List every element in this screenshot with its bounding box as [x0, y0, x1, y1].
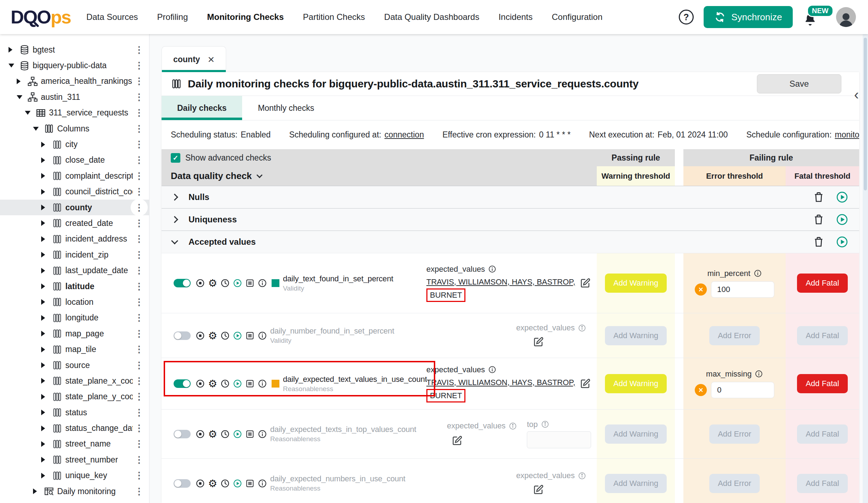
- caret-collapsed-icon[interactable]: [41, 252, 45, 258]
- sidebar-item-bgtest[interactable]: bgtest⋮: [0, 42, 149, 58]
- caret-collapsed-icon[interactable]: [41, 157, 45, 163]
- item-menu-dots-icon[interactable]: ⋮: [132, 453, 146, 467]
- results-list-icon[interactable]: [245, 278, 255, 288]
- caret-collapsed-icon[interactable]: [17, 79, 21, 84]
- sidebar-item-state-plane-y-coordir[interactable]: state_plane_y_coordir⋮: [0, 389, 149, 405]
- results-list-icon[interactable]: [245, 429, 255, 439]
- caret-collapsed-icon[interactable]: [41, 378, 45, 384]
- item-menu-dots-icon[interactable]: ⋮: [132, 137, 146, 152]
- sidebar-item-council-district-code[interactable]: council_district_code⋮: [0, 184, 149, 200]
- caret-collapsed-icon[interactable]: [41, 441, 45, 447]
- sidebar-item-location[interactable]: location⋮: [0, 294, 149, 310]
- caret-expanded-icon[interactable]: [25, 111, 31, 115]
- settings-gear-icon[interactable]: ⚙: [208, 429, 217, 439]
- disable-check-icon[interactable]: [196, 331, 205, 340]
- caret-collapsed-icon[interactable]: [41, 220, 45, 226]
- add-warning-button[interactable]: Add Warning: [605, 326, 667, 345]
- item-menu-dots-icon[interactable]: ⋮: [132, 342, 146, 357]
- disable-check-icon[interactable]: [196, 479, 205, 488]
- disable-check-icon[interactable]: [196, 379, 205, 388]
- caret-collapsed-icon[interactable]: [41, 457, 45, 463]
- caret-collapsed-icon[interactable]: [41, 426, 45, 431]
- results-list-icon[interactable]: [245, 479, 255, 488]
- scrollbar-thumb[interactable]: [864, 38, 867, 190]
- sidebar-item-created-date[interactable]: created_date⋮: [0, 215, 149, 231]
- sched-link[interactable]: monitoring_daily: [835, 130, 859, 140]
- add-error-button[interactable]: Add Error: [709, 326, 760, 345]
- item-menu-dots-icon[interactable]: ⋮: [132, 106, 146, 120]
- top-input[interactable]: [527, 431, 591, 448]
- item-menu-dots-icon[interactable]: ⋮: [132, 484, 146, 498]
- chevron-right-icon[interactable]: [171, 194, 178, 201]
- item-menu-dots-icon[interactable]: ⋮: [132, 358, 146, 372]
- disable-check-icon[interactable]: [196, 278, 205, 288]
- sidebar-item-city[interactable]: city⋮: [0, 136, 149, 152]
- run-check-icon[interactable]: [233, 331, 242, 340]
- caret-collapsed-icon[interactable]: [41, 189, 45, 195]
- caret-collapsed-icon[interactable]: [41, 315, 45, 321]
- sidebar-item-311-service-requests[interactable]: 311_service_requests⋮: [0, 105, 149, 121]
- caret-collapsed-icon[interactable]: [41, 299, 45, 305]
- add-warning-button[interactable]: Add Warning: [605, 274, 667, 293]
- caret-collapsed-icon[interactable]: [41, 410, 45, 415]
- edit-values-icon[interactable]: [533, 484, 544, 496]
- chevron-down-icon[interactable]: [257, 172, 263, 178]
- item-menu-dots-icon[interactable]: ⋮: [132, 295, 146, 309]
- add-fatal-button[interactable]: Add Fatal: [797, 424, 847, 444]
- caret-expanded-icon[interactable]: [33, 127, 39, 131]
- caret-collapsed-icon[interactable]: [41, 205, 45, 210]
- schedule-clock-icon[interactable]: [220, 379, 230, 388]
- caret-collapsed-icon[interactable]: [41, 362, 45, 368]
- nav-item-monitoring-checks[interactable]: Monitoring Checks: [207, 12, 284, 22]
- sidebar-item-columns[interactable]: Columns⋮: [0, 121, 149, 136]
- caret-collapsed-icon[interactable]: [41, 331, 45, 336]
- chevron-right-icon[interactable]: [171, 216, 178, 223]
- sidebar-item-incident-zip[interactable]: incident_zip⋮: [0, 247, 149, 263]
- sidebar-item-map-page[interactable]: map_page⋮: [0, 326, 149, 341]
- clear-rule-icon[interactable]: [695, 384, 707, 396]
- item-menu-dots-icon[interactable]: ⋮: [132, 421, 146, 436]
- tab-monthly-checks[interactable]: Monthly checks: [242, 96, 330, 120]
- add-warning-button[interactable]: Add Warning: [605, 374, 667, 393]
- avatar[interactable]: [836, 7, 856, 27]
- item-menu-dots-icon[interactable]: ⋮: [132, 121, 146, 136]
- help-icon[interactable]: ?: [679, 10, 694, 25]
- tab-county[interactable]: county ×: [162, 46, 226, 72]
- item-menu-dots-icon[interactable]: ⋮: [132, 169, 146, 183]
- sched-link[interactable]: connection: [384, 130, 424, 140]
- check-enable-toggle[interactable]: [174, 479, 191, 488]
- info-icon[interactable]: [258, 479, 267, 488]
- synchronize-button[interactable]: Synchronize: [704, 6, 793, 28]
- sidebar-item-street-number[interactable]: street_number⋮: [0, 452, 149, 467]
- item-menu-dots-icon[interactable]: ⋮: [132, 153, 146, 167]
- edit-values-icon[interactable]: [579, 378, 591, 390]
- sidebar-item-america-health-rankings[interactable]: america_health_rankings⋮: [0, 74, 149, 89]
- sidebar-item-daily-monitoring[interactable]: Daily monitoring⋮: [0, 483, 149, 499]
- item-menu-dots-icon[interactable]: ⋮: [132, 279, 146, 293]
- add-fatal-button[interactable]: Add Fatal: [797, 326, 847, 345]
- nav-item-data-quality-dashboards[interactable]: Data Quality Dashboards: [384, 12, 479, 22]
- item-menu-dots-icon[interactable]: ⋮: [132, 500, 146, 503]
- run-check-icon[interactable]: [233, 479, 242, 488]
- close-icon[interactable]: ×: [208, 56, 214, 63]
- dqops-logo[interactable]: DQOps: [11, 6, 71, 28]
- run-check-icon[interactable]: [233, 278, 242, 288]
- sidebar-item-status[interactable]: status⋮: [0, 405, 149, 420]
- check-enable-toggle[interactable]: [174, 331, 191, 340]
- add-fatal-button[interactable]: Add Fatal: [797, 274, 847, 293]
- info-icon[interactable]: [258, 331, 267, 340]
- info-icon[interactable]: [258, 278, 267, 288]
- sidebar-item-state-plane-x-coordir[interactable]: state_plane_x_coordir⋮: [0, 373, 149, 389]
- info-icon[interactable]: [258, 379, 267, 388]
- add-fatal-button[interactable]: Add Fatal: [797, 474, 847, 493]
- notifications-bell[interactable]: NEW: [803, 9, 819, 25]
- nav-item-configuration[interactable]: Configuration: [552, 12, 602, 22]
- item-menu-dots-icon[interactable]: ⋮: [132, 74, 146, 88]
- add-error-button[interactable]: Add Error: [709, 474, 760, 493]
- item-menu-dots-icon[interactable]: ⋮: [132, 437, 146, 451]
- show-advanced-checkbox[interactable]: ✓: [171, 153, 180, 163]
- check-enable-toggle[interactable]: [174, 379, 191, 388]
- schedule-clock-icon[interactable]: [220, 278, 230, 288]
- edit-values-icon[interactable]: [533, 336, 544, 348]
- caret-collapsed-icon[interactable]: [41, 236, 45, 242]
